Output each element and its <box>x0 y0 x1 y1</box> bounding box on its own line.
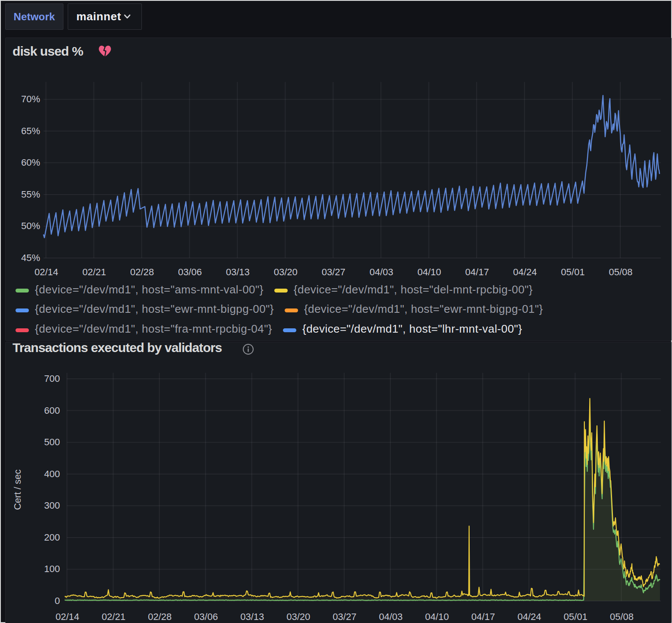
svg-text:03/20: 03/20 <box>274 267 298 277</box>
svg-text:03/27: 03/27 <box>322 267 345 277</box>
svg-text:05/08: 05/08 <box>610 611 634 622</box>
svg-text:05/08: 05/08 <box>609 267 632 277</box>
svg-text:100: 100 <box>44 563 60 574</box>
svg-text:65%: 65% <box>21 126 40 136</box>
svg-text:50%: 50% <box>21 220 40 231</box>
svg-text:300: 300 <box>44 500 60 511</box>
svg-text:03/06: 03/06 <box>178 267 202 277</box>
svg-text:02/21: 02/21 <box>102 611 126 622</box>
svg-text:04/10: 04/10 <box>418 267 441 277</box>
svg-text:02/14: 02/14 <box>56 611 79 622</box>
svg-text:04/17: 04/17 <box>471 611 495 622</box>
svg-text:02/28: 02/28 <box>148 611 172 622</box>
svg-text:200: 200 <box>44 532 60 543</box>
svg-text:04/03: 04/03 <box>379 611 402 622</box>
svg-text:0: 0 <box>55 595 60 606</box>
svg-text:02/21: 02/21 <box>82 267 106 277</box>
svg-text:400: 400 <box>44 469 60 479</box>
svg-text:02/28: 02/28 <box>130 267 154 277</box>
svg-text:04/24: 04/24 <box>513 267 537 277</box>
svg-text:05/01: 05/01 <box>564 611 587 622</box>
svg-text:03/06: 03/06 <box>194 611 218 622</box>
svg-text:05/01: 05/01 <box>561 267 585 277</box>
svg-text:Cert / sec: Cert / sec <box>12 469 23 510</box>
svg-text:03/13: 03/13 <box>226 267 250 277</box>
svg-text:500: 500 <box>44 437 60 447</box>
svg-text:70%: 70% <box>21 94 40 104</box>
svg-text:04/10: 04/10 <box>425 611 449 622</box>
svg-text:600: 600 <box>44 405 60 416</box>
svg-text:04/17: 04/17 <box>465 267 489 277</box>
svg-text:55%: 55% <box>21 189 40 200</box>
svg-text:03/20: 03/20 <box>286 611 310 622</box>
svg-text:45%: 45% <box>21 252 40 263</box>
svg-text:03/27: 03/27 <box>333 611 356 622</box>
svg-text:02/14: 02/14 <box>35 267 58 277</box>
svg-text:03/13: 03/13 <box>240 611 264 622</box>
svg-text:04/03: 04/03 <box>370 267 393 277</box>
svg-text:04/24: 04/24 <box>518 611 541 622</box>
svg-text:700: 700 <box>44 373 60 384</box>
svg-text:60%: 60% <box>21 157 40 168</box>
